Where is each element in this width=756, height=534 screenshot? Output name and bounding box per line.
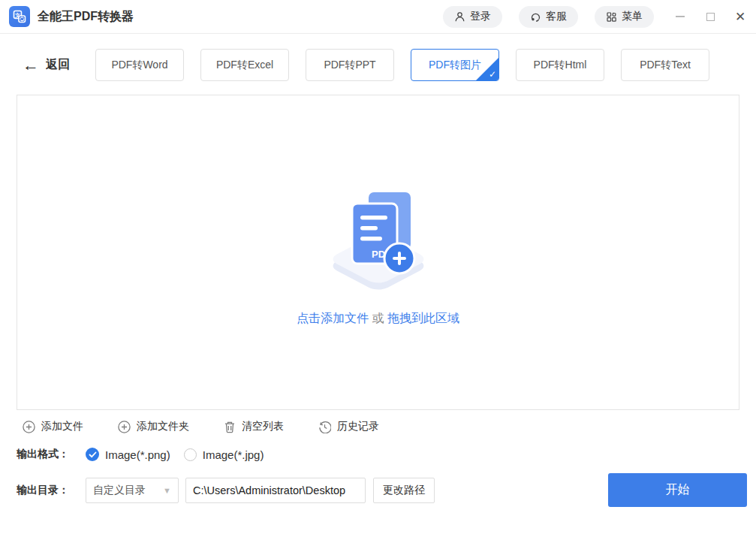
clear-list-button[interactable]: 清空列表 <box>224 420 284 433</box>
back-label: 返回 <box>46 57 70 73</box>
app-title: 全能王PDF转换器 <box>38 9 134 25</box>
add-circle-icon <box>23 421 35 433</box>
close-button[interactable]: ✕ <box>735 11 745 22</box>
dropdown-caret-icon: ▼ <box>163 486 171 495</box>
drag-here-text: 拖拽到此区域 <box>387 312 459 324</box>
radio-checked-icon <box>86 448 99 461</box>
drop-caption: 点击添加文件 或 拖拽到此区域 <box>297 311 459 327</box>
trash-icon <box>224 421 236 433</box>
maximize-button[interactable] <box>705 11 715 22</box>
start-button[interactable]: 开始 <box>608 473 747 507</box>
click-to-add-link[interactable]: 点击添加文件 <box>297 312 369 324</box>
tab-pdf-to-ppt[interactable]: PDF转PPT <box>306 49 394 81</box>
dir-type-select[interactable]: 自定义目录 ▼ <box>86 478 179 503</box>
history-button[interactable]: 历史记录 <box>318 420 379 433</box>
tab-pdf-to-html[interactable]: PDF转Html <box>516 49 604 81</box>
nav-row: ← 返回 PDF转Word PDF转Excel PDF转PPT PDF转图片 ✓… <box>0 49 756 81</box>
dir-type-value: 自定义目录 <box>93 484 146 497</box>
back-arrow-icon: ← <box>23 57 39 74</box>
format-option-jpg[interactable]: Image(*.jpg) <box>184 448 264 461</box>
tab-pdf-to-image[interactable]: PDF转图片 ✓ <box>411 49 499 81</box>
radio-unchecked-icon <box>184 448 197 461</box>
add-folder-label: 添加文件夹 <box>137 420 189 433</box>
app-logo-icon: 文 <box>9 6 30 27</box>
tab-pdf-to-text[interactable]: PDF转Text <box>621 49 709 81</box>
window-controls: ✕ <box>675 11 745 22</box>
format-jpg-label: Image(*.jpg) <box>203 448 264 461</box>
history-icon <box>318 421 331 433</box>
format-option-png[interactable]: Image(*.png) <box>86 448 170 461</box>
grid-menu-icon <box>606 11 617 23</box>
headset-icon <box>530 11 541 23</box>
support-button[interactable]: 客服 <box>519 6 578 28</box>
output-path-input[interactable] <box>185 478 366 503</box>
login-label: 登录 <box>470 10 491 23</box>
add-file-button[interactable]: 添加文件 <box>23 420 83 433</box>
history-label: 历史记录 <box>337 420 379 433</box>
add-folder-button[interactable]: 添加文件夹 <box>118 420 189 433</box>
change-path-button[interactable]: 更改路径 <box>373 478 435 503</box>
login-button[interactable]: 登录 <box>443 6 502 28</box>
add-file-label: 添加文件 <box>41 420 83 433</box>
output-format-row: 输出格式： Image(*.png) Image(*.jpg) <box>0 448 756 461</box>
format-png-label: Image(*.png) <box>105 448 170 461</box>
pdf-add-illustration: PDF <box>307 179 450 291</box>
menu-label: 菜单 <box>622 10 643 23</box>
add-circle-icon <box>118 421 131 433</box>
user-icon <box>454 11 465 23</box>
support-label: 客服 <box>546 10 567 23</box>
menu-button[interactable]: 菜单 <box>595 6 654 28</box>
minimize-button[interactable] <box>675 11 685 22</box>
tab-label: PDF转图片 <box>429 59 481 72</box>
clear-list-label: 清空列表 <box>242 420 284 433</box>
tab-pdf-to-word[interactable]: PDF转Word <box>95 49 184 81</box>
output-dir-label: 输出目录： <box>17 484 69 497</box>
title-bar: 文 全能王PDF转换器 登录 客服 <box>0 0 756 34</box>
back-button[interactable]: ← 返回 <box>23 57 70 74</box>
tab-check-icon: ✓ <box>489 69 496 80</box>
or-text: 或 <box>369 312 387 324</box>
output-dir-row: 输出目录： 自定义目录 ▼ 更改路径 开始 <box>0 473 756 507</box>
tab-bar: PDF转Word PDF转Excel PDF转PPT PDF转图片 ✓ PDF转… <box>95 49 709 81</box>
tab-pdf-to-excel[interactable]: PDF转Excel <box>200 49 289 81</box>
file-drop-area[interactable]: PDF 点击添加文件 或 拖拽到此区域 <box>17 95 739 410</box>
actions-row: 添加文件 添加文件夹 清空列表 历史记录 <box>0 420 756 433</box>
output-format-label: 输出格式： <box>17 448 69 461</box>
